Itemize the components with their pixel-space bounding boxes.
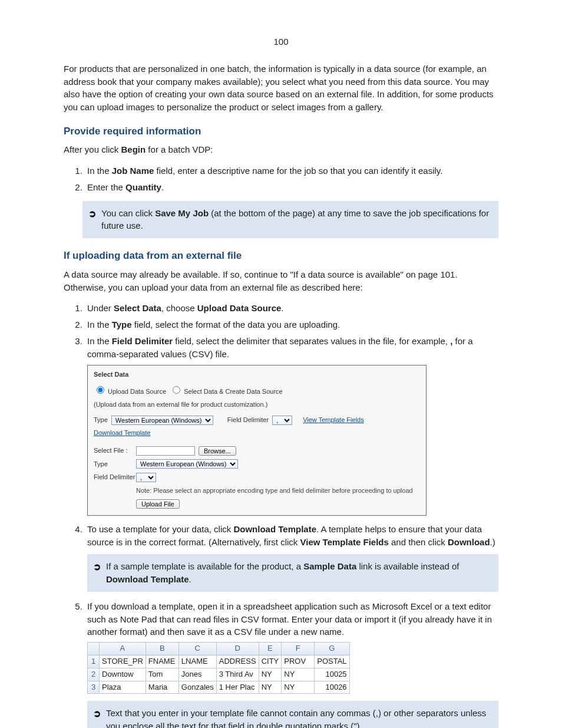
spreadsheet-row: 1STORE_PRFNAMELNAMEADDRESSCITYPROVPOSTAL <box>88 655 350 668</box>
bold-downloadtemplate: Download Template <box>233 524 316 534</box>
select-data-screenshot: Select Data Upload Data Source Select Da… <box>87 365 427 516</box>
text: field, select the delimiter that separat… <box>173 336 450 346</box>
spreadsheet-cell: 1 Her Plac <box>216 681 259 694</box>
spreadsheet-cell: NY <box>259 681 282 694</box>
browse-button[interactable]: Browse... <box>199 446 236 456</box>
section-heading-upload: If uploading data from an external file <box>64 249 498 263</box>
select-file-input[interactable] <box>136 446 195 456</box>
text: Under <box>87 303 114 313</box>
upload-file-button[interactable]: Upload File <box>136 499 180 509</box>
download-template-link[interactable]: Download Template <box>94 429 150 438</box>
spreadsheet-cell: LNAME <box>178 655 216 668</box>
spreadsheet-cell: ADDRESS <box>216 655 259 668</box>
spreadsheet-cell: POSTAL <box>315 655 349 668</box>
radio-select-create-source[interactable]: Select Data & Create Data Source <box>170 384 283 397</box>
section2-intro: A data source may already be available. … <box>64 268 498 294</box>
bold-fielddelim: Field Delimiter <box>112 336 173 346</box>
list-item: Enter the Quantity. <box>85 181 498 194</box>
spreadsheet-cell: CITY <box>259 655 282 668</box>
bold-downloadtemplate2: Download Template <box>106 574 189 584</box>
field-delimiter-select[interactable]: , <box>272 416 292 425</box>
text: .) <box>490 537 495 547</box>
bold-sampledata: Sample Data <box>303 561 356 571</box>
screenshot-legend: Select Data <box>94 370 420 380</box>
bold-download: Download <box>448 537 490 547</box>
section2-steps: Under Select Data, choose Upload Data So… <box>64 302 498 728</box>
bold-savemyjob: Save My Job <box>155 208 209 218</box>
section1-intro: After you click Begin for a batch VDP: <box>64 143 498 156</box>
text: In the <box>87 336 112 346</box>
spreadsheet-row: 3PlazaMariaGonzales1 Her PlacNYNY10026 <box>88 681 350 694</box>
spreadsheet-row-number: 1 <box>88 655 100 668</box>
intro-paragraph: For products that are personalized in on… <box>64 62 498 114</box>
bold-type: Type <box>112 319 132 330</box>
spreadsheet-col-header: F <box>282 643 315 655</box>
spreadsheet-row-number: 2 <box>88 668 100 681</box>
arrow-right-icon: ➲ <box>93 560 101 574</box>
list-item: If you download a template, open it in a… <box>85 600 498 728</box>
spreadsheet-cell: Tom <box>146 668 178 681</box>
spreadsheet-example: ABCDEFG 1STORE_PRFNAMELNAMEADDRESSCITYPR… <box>87 642 350 694</box>
spreadsheet-col-header: B <box>146 643 178 655</box>
spreadsheet-col-header: D <box>216 643 259 655</box>
spreadsheet-cell: Maria <box>146 681 178 694</box>
type2-select[interactable]: Western European (Windows) <box>136 459 238 469</box>
radio-label: Upload Data Source <box>108 388 166 395</box>
text: In the <box>87 319 112 330</box>
spreadsheet-cell: NY <box>282 681 315 694</box>
radio-select-create-source-input[interactable] <box>173 386 180 394</box>
tip-sample-data: ➲ If a sample template is available for … <box>87 554 498 592</box>
tip-save-my-job: ➲ You can click Save My Job (at the bott… <box>82 201 498 239</box>
field-delimiter2-select[interactable]: , <box>136 473 156 482</box>
screenshot-hint: (Upload data from an external file for p… <box>94 400 420 410</box>
spreadsheet-row-number: 3 <box>88 681 100 694</box>
page-number: 100 <box>64 35 498 48</box>
type-label: Type <box>94 416 108 425</box>
arrow-right-icon: ➲ <box>88 207 96 220</box>
spreadsheet-col-header: C <box>178 643 216 655</box>
radio-label: Select Data & Create Data Source <box>184 388 283 395</box>
spreadsheet-cell: Downtow <box>100 668 146 681</box>
spreadsheet-cell: PROV <box>282 655 315 668</box>
spreadsheet-cell: Jones <box>178 668 216 681</box>
spreadsheet-cell: 10026 <box>315 681 349 694</box>
bold-jobname: Job Name <box>112 166 154 176</box>
spreadsheet-cell: 10025 <box>315 668 349 681</box>
text: If you download a template, open it in a… <box>87 601 492 637</box>
type-select[interactable]: Western European (Windows) <box>111 416 213 425</box>
list-item: In the Type field, select the format of … <box>85 318 498 331</box>
field-delimiter-label: Field Delimiter <box>227 416 269 425</box>
radio-upload-data-source[interactable]: Upload Data Source <box>94 384 166 397</box>
tip-no-commas: ➲ Text that you enter in your template f… <box>87 701 498 728</box>
spreadsheet-corner <box>88 643 100 655</box>
bold-quantity: Quantity <box>125 182 161 192</box>
select-file-label: Select File : <box>94 446 136 456</box>
text: . <box>281 303 283 313</box>
view-template-fields-link[interactable]: View Template Fields <box>303 416 364 425</box>
text: After you click <box>64 144 121 154</box>
arrow-right-icon: ➲ <box>93 707 101 720</box>
list-item: In the Job Name field, enter a descripti… <box>85 164 498 177</box>
encoding-note: Note: Please select an appropriate encod… <box>136 486 420 496</box>
spreadsheet-cell: STORE_PR <box>100 655 146 668</box>
bold-viewtemplatefields: View Template Fields <box>300 537 389 547</box>
text: If a sample template is available for th… <box>106 561 303 571</box>
text: for a batch VDP: <box>146 144 213 154</box>
text: . <box>161 182 164 192</box>
bold-uploaddatasource: Upload Data Source <box>197 303 282 313</box>
spreadsheet-col-header: E <box>259 643 282 655</box>
text: . <box>189 574 191 584</box>
spreadsheet-col-header: A <box>100 643 146 655</box>
spreadsheet-row: 2DowntowTomJones3 Third AvNYNY10025 <box>88 668 350 681</box>
spreadsheet-col-header: G <box>315 643 349 655</box>
list-item: In the Field Delimiter field, select the… <box>85 335 498 516</box>
text: You can click <box>101 208 155 218</box>
text: and then click <box>389 537 448 547</box>
spreadsheet-header-row: ABCDEFG <box>88 643 350 655</box>
bold-selectdata: Select Data <box>114 303 161 313</box>
text: link is available instead of <box>356 561 459 571</box>
section1-steps: In the Job Name field, enter a descripti… <box>64 164 498 194</box>
radio-upload-data-source-input[interactable] <box>97 386 104 394</box>
spreadsheet-cell: 3 Third Av <box>216 668 259 681</box>
field-delimiter2-label: Field Delimiter <box>94 473 136 482</box>
